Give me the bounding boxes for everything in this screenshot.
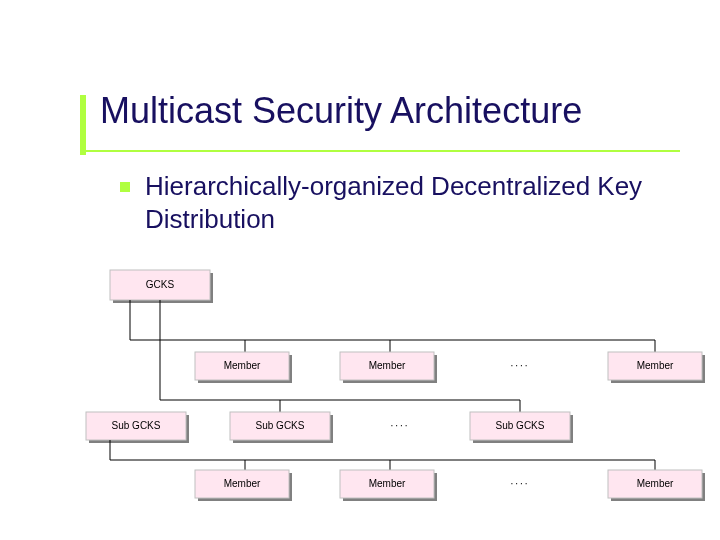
sub-gcks-label: Sub GCKS — [112, 420, 161, 431]
member-label: Member — [369, 360, 406, 371]
member-box: Member — [195, 352, 292, 383]
member-label: Member — [637, 360, 674, 371]
member-label: Member — [224, 478, 261, 489]
ellipsis: ···· — [510, 478, 529, 489]
member-box: Member — [608, 352, 705, 383]
gcks-label: GCKS — [146, 279, 175, 290]
ellipsis: ···· — [510, 360, 529, 371]
gcks-box: GCKS — [110, 270, 213, 303]
member-box: Member — [340, 352, 437, 383]
member-label: Member — [637, 478, 674, 489]
sub-gcks-label: Sub GCKS — [256, 420, 305, 431]
member-box: Member — [608, 470, 705, 501]
sub-gcks-box: Sub GCKS — [470, 412, 573, 443]
ellipsis: ···· — [390, 420, 409, 431]
sub-gcks-label: Sub GCKS — [496, 420, 545, 431]
sub-gcks-box: Sub GCKS — [230, 412, 333, 443]
member-box: Member — [340, 470, 437, 501]
member-box: Member — [195, 470, 292, 501]
sub-gcks-box: Sub GCKS — [86, 412, 189, 443]
member-label: Member — [369, 478, 406, 489]
hierarchy-diagram: GCKS Member Member ···· Member Sub GCKS … — [0, 0, 720, 540]
member-label: Member — [224, 360, 261, 371]
